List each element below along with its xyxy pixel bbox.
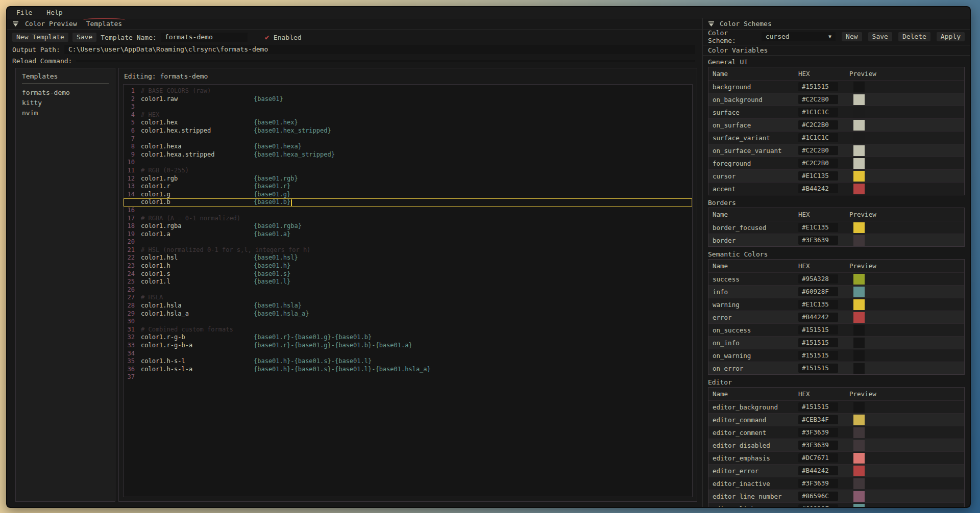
editor-line[interactable]: 14color1.g{base01.g}: [124, 191, 692, 199]
template-code-editor[interactable]: 1# BASE COLORS (raw)2color1.raw{base01}3…: [123, 84, 693, 497]
hex-input[interactable]: #B44242: [798, 466, 838, 475]
color-swatch[interactable]: [853, 120, 865, 131]
template-list-item[interactable]: formats-demo: [22, 88, 109, 98]
editor-line[interactable]: 17# RGBA (A = 0-1 normalized): [124, 215, 692, 223]
editor-line[interactable]: 37: [124, 373, 692, 381]
reload-command-input[interactable]: [76, 60, 695, 62]
hex-input[interactable]: #B44242: [798, 184, 838, 193]
hex-input[interactable]: #C2C2B0: [798, 120, 838, 130]
color-swatch[interactable]: [853, 222, 865, 233]
color-swatch[interactable]: [853, 325, 865, 336]
hex-input[interactable]: #CEB34F: [798, 415, 838, 424]
hex-input[interactable]: #C2C2B0: [798, 146, 838, 155]
color-swatch[interactable]: [853, 402, 865, 413]
editor-line[interactable]: 18color1.rgba{base01.rgba}: [124, 222, 692, 230]
color-swatch[interactable]: [853, 145, 865, 156]
hex-input[interactable]: #DC7671: [798, 453, 838, 463]
color-swatch[interactable]: [853, 184, 865, 194]
color-swatch[interactable]: [853, 171, 865, 182]
color-swatch[interactable]: [853, 82, 865, 92]
hex-input[interactable]: #C2C2B0: [798, 159, 838, 168]
color-swatch[interactable]: [853, 158, 865, 169]
hex-input[interactable]: #151515: [798, 325, 838, 335]
editor-line[interactable]: 36color1.h-s-l-a{base01.h}-{base01.s}-{b…: [124, 366, 692, 374]
editor-line[interactable]: 28color1.hsla{base01.hsla}: [124, 302, 692, 310]
hex-input[interactable]: #60928F: [798, 504, 838, 507]
editor-line[interactable]: 24color1.s{base01.s}: [124, 270, 692, 278]
hex-input[interactable]: #3F3639: [798, 479, 838, 488]
hex-input[interactable]: #B44242: [798, 313, 838, 322]
editor-line[interactable]: 30: [124, 318, 692, 326]
color-swatch[interactable]: [853, 338, 865, 348]
editor-line[interactable]: 31# Combined custom formats: [124, 326, 692, 334]
editor-line[interactable]: 21# HSL (normalized 0-1 for s,l, integer…: [124, 246, 692, 254]
hex-input[interactable]: #151515: [798, 351, 838, 360]
tab-templates[interactable]: Templates: [85, 20, 123, 28]
color-swatch[interactable]: [853, 94, 865, 105]
color-swatch[interactable]: [853, 312, 865, 323]
hex-input[interactable]: #1C1C1C: [798, 108, 838, 117]
color-swatch[interactable]: [853, 274, 865, 285]
editor-line[interactable]: 26: [124, 286, 692, 294]
new-template-button[interactable]: New Template: [12, 33, 68, 42]
editor-line[interactable]: 27# HSLA: [124, 294, 692, 302]
editor-line[interactable]: 22color1.hsl{base01.hsl}: [124, 254, 692, 262]
editor-line[interactable]: 16: [124, 207, 692, 215]
hex-input[interactable]: #3F3639: [798, 236, 838, 245]
editor-line[interactable]: 12color1.rgb{base01.rgb}: [124, 175, 692, 183]
color-swatch[interactable]: [853, 363, 865, 374]
color-swatch[interactable]: [853, 415, 865, 425]
editor-line[interactable]: 35color1.h-s-l{base01.h}-{base01.s}-{bas…: [124, 357, 692, 366]
color-swatch[interactable]: [853, 440, 865, 451]
color-swatch[interactable]: [853, 350, 865, 361]
scheme-apply-button[interactable]: Apply: [937, 32, 965, 41]
color-scheme-dropdown[interactable]: cursed ▼: [762, 32, 836, 41]
scheme-new-button[interactable]: New: [842, 32, 862, 41]
collapse-panel-icon[interactable]: [12, 21, 19, 27]
editor-line[interactable]: 32color1.r-g-b{base01.r}-{base01.g}-{bas…: [124, 334, 692, 342]
color-swatch[interactable]: [853, 491, 865, 502]
hex-input[interactable]: #151515: [798, 364, 838, 373]
hex-input[interactable]: #60928F: [798, 287, 838, 296]
hex-input[interactable]: #95A328: [798, 274, 838, 284]
editor-line[interactable]: 8color1.hexa{base01.hexa}: [124, 143, 692, 151]
hex-input[interactable]: #C2C2B0: [798, 95, 838, 104]
editor-line[interactable]: 20: [124, 238, 692, 246]
hex-input[interactable]: #151515: [798, 338, 838, 347]
editor-line[interactable]: 15color1.b{base01.b}: [124, 198, 692, 207]
template-list-item[interactable]: kitty: [22, 98, 109, 108]
save-template-button[interactable]: Save: [72, 33, 96, 42]
menu-item-help[interactable]: Help: [46, 9, 62, 16]
color-swatch[interactable]: [853, 478, 865, 489]
color-swatch[interactable]: [853, 466, 865, 476]
editor-line[interactable]: 7: [124, 135, 692, 143]
hex-input[interactable]: #3F3639: [798, 441, 838, 450]
hex-input[interactable]: #E1C135: [798, 171, 838, 181]
color-swatch[interactable]: [853, 235, 865, 246]
editor-line[interactable]: 19color1.a{base01.a}: [124, 230, 692, 239]
color-swatch[interactable]: [853, 287, 865, 297]
editor-line[interactable]: 2color1.raw{base01}: [124, 95, 692, 104]
editor-line[interactable]: 6color1.hex.stripped{base01.hex_stripped…: [124, 127, 692, 135]
editor-line[interactable]: 1# BASE COLORS (raw): [124, 87, 692, 95]
color-swatch[interactable]: [853, 133, 865, 143]
editor-line[interactable]: 29color1.hsla_a{base01.hsla_a}: [124, 310, 692, 318]
editor-line[interactable]: 10: [124, 159, 692, 167]
menu-item-file[interactable]: File: [16, 9, 32, 16]
scheme-delete-button[interactable]: Delete: [898, 32, 930, 41]
hex-input[interactable]: #3F3639: [798, 428, 838, 437]
color-swatch[interactable]: [853, 427, 865, 438]
template-list-item[interactable]: nvim: [22, 108, 109, 118]
collapse-panel-icon[interactable]: [708, 21, 715, 27]
hex-input[interactable]: #E1C135: [798, 223, 838, 232]
editor-line[interactable]: 34: [124, 350, 692, 358]
color-swatch[interactable]: [853, 453, 865, 464]
output-path-input[interactable]: C:\Users\user\AppData\Roaming\clrsync\fo…: [64, 45, 695, 54]
editor-line[interactable]: 11# RGB (0-255): [124, 167, 692, 175]
hex-input[interactable]: #1C1C1C: [798, 133, 838, 142]
editor-line[interactable]: 4# HEX: [124, 111, 692, 119]
template-name-input[interactable]: formats-demo: [161, 33, 248, 42]
color-swatch[interactable]: [853, 299, 865, 310]
hex-input[interactable]: #E1C135: [798, 300, 838, 309]
editor-line[interactable]: 23color1.h{base01.h}: [124, 262, 692, 270]
